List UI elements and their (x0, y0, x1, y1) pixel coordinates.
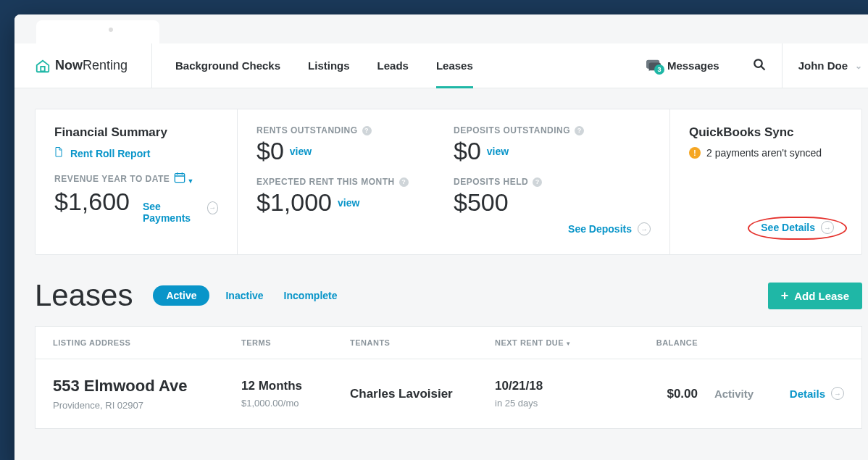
leases-heading: Leases (35, 278, 133, 313)
row-tenant: Charles Lavoisier (350, 387, 495, 401)
tab-inactive[interactable]: Inactive (225, 290, 263, 301)
row-rate: $1,000.00/mo (241, 398, 350, 409)
expected-rent-view-link[interactable]: view (338, 197, 359, 209)
rents-outstanding-value: $0 (256, 137, 284, 165)
table-row: 553 Elmwood Ave Providence, RI 02907 12 … (36, 359, 861, 428)
col-tenants[interactable]: TENANTS (350, 338, 495, 347)
row-balance: $0.00 (667, 387, 698, 401)
see-deposits-link[interactable]: See Deposits (568, 223, 632, 235)
quickbooks-warning: ! 2 payments aren't synced (689, 147, 843, 159)
arrow-right-icon: → (207, 201, 218, 214)
tab-incomplete[interactable]: Incomplete (284, 290, 338, 301)
financial-summary-title: Financial Summary (54, 125, 218, 140)
nav-leads[interactable]: Leads (377, 43, 409, 88)
expected-rent-label: EXPECTED RENT THIS MONTH? (256, 177, 454, 187)
logo-icon (35, 58, 51, 74)
browser-tab-bar (14, 14, 868, 43)
pdf-icon (54, 148, 66, 159)
add-lease-button[interactable]: +Add Lease (768, 283, 862, 309)
browser-tab[interactable] (36, 20, 159, 43)
logo[interactable]: NowRenting (14, 43, 152, 88)
revenue-label: REVENUE YEAR TO DATE ▼ (54, 172, 218, 186)
revenue-value: $1,600 (54, 188, 130, 216)
arrow-right-icon: → (831, 387, 844, 400)
help-icon[interactable]: ? (575, 126, 584, 135)
deposits-held-value: $500 (454, 188, 509, 217)
deposits-outstanding-label: DEPOSITS OUTSTANDING? (454, 125, 651, 135)
messages-icon: 3 (646, 59, 662, 73)
chevron-down-icon: ⌄ (855, 61, 862, 71)
row-address: 553 Elmwood Ave (53, 377, 241, 396)
svg-rect-0 (41, 66, 45, 70)
tab-active[interactable]: Active (153, 285, 209, 306)
help-icon[interactable]: ? (362, 126, 372, 135)
financial-summary-card: Financial Summary Rent Roll Report REVEN… (36, 109, 237, 254)
col-next-rent-due[interactable]: NEXT RENT DUE▼ (495, 338, 618, 347)
main-nav: Background Checks Listings Leads Leases (152, 43, 628, 88)
see-payments-link[interactable]: See Payments (143, 201, 200, 224)
rents-outstanding-view-link[interactable]: view (290, 146, 312, 157)
row-next-due: 10/21/18 (495, 379, 618, 393)
search-icon (753, 58, 766, 71)
svg-point-1 (754, 59, 762, 67)
sort-caret-icon: ▼ (565, 340, 571, 347)
col-balance[interactable]: BALANCE (618, 338, 698, 347)
row-city: Providence, RI 02907 (53, 400, 241, 411)
messages-button[interactable]: 3 Messages (628, 59, 737, 73)
user-menu[interactable]: John Doe ⌄ (782, 43, 868, 88)
rents-outstanding-label: RENTS OUTSTANDING? (256, 125, 454, 135)
row-next-relative: in 25 days (495, 398, 618, 409)
nav-background-checks[interactable]: Background Checks (175, 43, 280, 88)
svg-line-2 (761, 66, 764, 70)
row-terms: 12 Months (241, 379, 350, 393)
tab-indicator-dot (109, 28, 113, 32)
arrow-right-icon: → (638, 222, 651, 235)
rents-deposits-card: RENTS OUTSTANDING? $0view EXPECTED RENT … (237, 109, 669, 254)
col-terms[interactable]: TERMS (241, 338, 350, 347)
app-header: NowRenting Background Checks Listings Le… (14, 43, 868, 88)
messages-label: Messages (667, 59, 719, 72)
summary-cards: Financial Summary Rent Roll Report REVEN… (35, 109, 862, 255)
arrow-right-icon: → (821, 221, 834, 234)
leases-heading-row: Leases Active Inactive Incomplete +Add L… (35, 278, 862, 313)
rent-roll-report-link[interactable]: Rent Roll Report (54, 148, 150, 159)
nav-listings[interactable]: Listings (308, 43, 350, 88)
warning-icon: ! (689, 147, 701, 159)
user-name: John Doe (798, 59, 848, 72)
logo-text: NowRenting (55, 58, 128, 73)
table-header: LISTING ADDRESS TERMS TENANTS NEXT RENT … (36, 327, 861, 359)
date-picker-button[interactable]: ▼ (174, 172, 193, 186)
plus-icon: + (781, 290, 789, 301)
help-icon[interactable]: ? (533, 177, 542, 187)
quickbooks-title: QuickBooks Sync (689, 125, 843, 140)
deposits-outstanding-value: $0 (454, 137, 481, 165)
svg-rect-3 (175, 174, 185, 183)
messages-badge: 3 (654, 64, 664, 75)
deposits-outstanding-view-link[interactable]: view (487, 146, 509, 157)
row-details-link[interactable]: Details→ (790, 387, 844, 400)
leases-table: LISTING ADDRESS TERMS TENANTS NEXT RENT … (35, 326, 862, 429)
nav-leases[interactable]: Leases (436, 43, 473, 88)
expected-rent-value: $1,000 (256, 188, 332, 217)
search-button[interactable] (737, 58, 782, 74)
deposits-held-label: DEPOSITS HELD? (454, 177, 651, 187)
row-activity-link[interactable]: Activity (714, 388, 754, 400)
help-icon[interactable]: ? (399, 177, 409, 187)
col-listing-address[interactable]: LISTING ADDRESS (53, 338, 241, 347)
see-details-highlight: See Details → (748, 217, 847, 240)
see-details-link[interactable]: See Details (761, 222, 815, 233)
quickbooks-sync-card: QuickBooks Sync ! 2 payments aren't sync… (669, 109, 861, 254)
